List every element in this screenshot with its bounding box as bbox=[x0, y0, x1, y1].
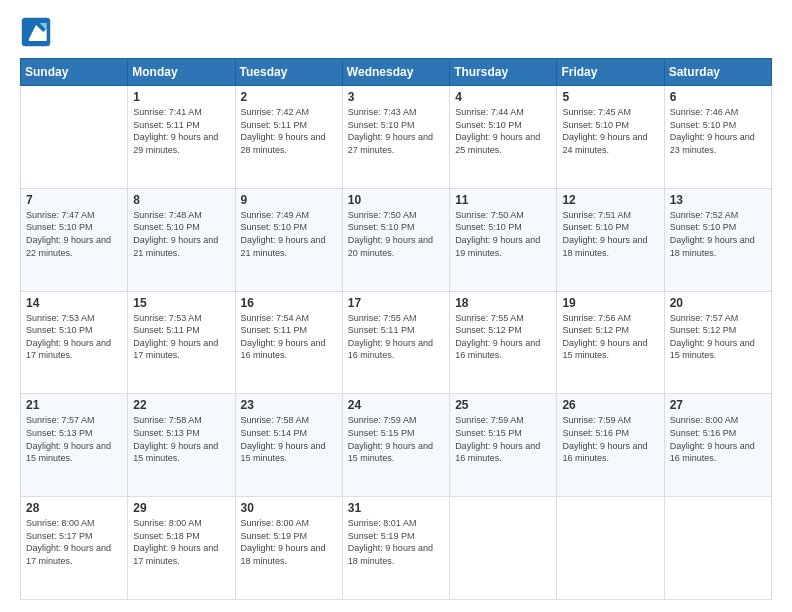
calendar-cell: 5 Sunrise: 7:45 AMSunset: 5:10 PMDayligh… bbox=[557, 86, 664, 189]
page: SundayMondayTuesdayWednesdayThursdayFrid… bbox=[0, 0, 792, 612]
calendar-cell: 27 Sunrise: 8:00 AMSunset: 5:16 PMDaylig… bbox=[664, 394, 771, 497]
cell-info: Sunrise: 7:45 AMSunset: 5:10 PMDaylight:… bbox=[562, 106, 658, 156]
day-number: 15 bbox=[133, 296, 229, 310]
day-number: 30 bbox=[241, 501, 337, 515]
calendar-cell: 7 Sunrise: 7:47 AMSunset: 5:10 PMDayligh… bbox=[21, 188, 128, 291]
calendar-cell: 13 Sunrise: 7:52 AMSunset: 5:10 PMDaylig… bbox=[664, 188, 771, 291]
weekday-header-tuesday: Tuesday bbox=[235, 59, 342, 86]
logo-icon bbox=[20, 16, 52, 48]
cell-info: Sunrise: 7:53 AMSunset: 5:11 PMDaylight:… bbox=[133, 312, 229, 362]
day-number: 28 bbox=[26, 501, 122, 515]
cell-info: Sunrise: 7:41 AMSunset: 5:11 PMDaylight:… bbox=[133, 106, 229, 156]
calendar-cell: 2 Sunrise: 7:42 AMSunset: 5:11 PMDayligh… bbox=[235, 86, 342, 189]
day-number: 1 bbox=[133, 90, 229, 104]
calendar-cell: 21 Sunrise: 7:57 AMSunset: 5:13 PMDaylig… bbox=[21, 394, 128, 497]
calendar-cell: 17 Sunrise: 7:55 AMSunset: 5:11 PMDaylig… bbox=[342, 291, 449, 394]
cell-info: Sunrise: 7:44 AMSunset: 5:10 PMDaylight:… bbox=[455, 106, 551, 156]
calendar-cell: 4 Sunrise: 7:44 AMSunset: 5:10 PMDayligh… bbox=[450, 86, 557, 189]
day-number: 5 bbox=[562, 90, 658, 104]
day-number: 11 bbox=[455, 193, 551, 207]
logo bbox=[20, 16, 56, 48]
day-number: 2 bbox=[241, 90, 337, 104]
week-row-4: 28 Sunrise: 8:00 AMSunset: 5:17 PMDaylig… bbox=[21, 497, 772, 600]
week-row-2: 14 Sunrise: 7:53 AMSunset: 5:10 PMDaylig… bbox=[21, 291, 772, 394]
day-number: 21 bbox=[26, 398, 122, 412]
calendar-cell: 12 Sunrise: 7:51 AMSunset: 5:10 PMDaylig… bbox=[557, 188, 664, 291]
weekday-header-thursday: Thursday bbox=[450, 59, 557, 86]
day-number: 22 bbox=[133, 398, 229, 412]
weekday-header-row: SundayMondayTuesdayWednesdayThursdayFrid… bbox=[21, 59, 772, 86]
calendar-cell bbox=[557, 497, 664, 600]
calendar-cell: 24 Sunrise: 7:59 AMSunset: 5:15 PMDaylig… bbox=[342, 394, 449, 497]
cell-info: Sunrise: 7:57 AMSunset: 5:13 PMDaylight:… bbox=[26, 414, 122, 464]
day-number: 23 bbox=[241, 398, 337, 412]
calendar-cell: 22 Sunrise: 7:58 AMSunset: 5:13 PMDaylig… bbox=[128, 394, 235, 497]
week-row-0: 1 Sunrise: 7:41 AMSunset: 5:11 PMDayligh… bbox=[21, 86, 772, 189]
day-number: 8 bbox=[133, 193, 229, 207]
day-number: 26 bbox=[562, 398, 658, 412]
calendar-cell: 28 Sunrise: 8:00 AMSunset: 5:17 PMDaylig… bbox=[21, 497, 128, 600]
cell-info: Sunrise: 7:50 AMSunset: 5:10 PMDaylight:… bbox=[455, 209, 551, 259]
calendar-cell: 11 Sunrise: 7:50 AMSunset: 5:10 PMDaylig… bbox=[450, 188, 557, 291]
cell-info: Sunrise: 8:00 AMSunset: 5:17 PMDaylight:… bbox=[26, 517, 122, 567]
day-number: 9 bbox=[241, 193, 337, 207]
calendar-cell: 18 Sunrise: 7:55 AMSunset: 5:12 PMDaylig… bbox=[450, 291, 557, 394]
day-number: 29 bbox=[133, 501, 229, 515]
calendar-cell bbox=[450, 497, 557, 600]
calendar-cell: 3 Sunrise: 7:43 AMSunset: 5:10 PMDayligh… bbox=[342, 86, 449, 189]
cell-info: Sunrise: 7:59 AMSunset: 5:16 PMDaylight:… bbox=[562, 414, 658, 464]
day-number: 24 bbox=[348, 398, 444, 412]
cell-info: Sunrise: 7:42 AMSunset: 5:11 PMDaylight:… bbox=[241, 106, 337, 156]
cell-info: Sunrise: 7:52 AMSunset: 5:10 PMDaylight:… bbox=[670, 209, 766, 259]
cell-info: Sunrise: 7:55 AMSunset: 5:11 PMDaylight:… bbox=[348, 312, 444, 362]
cell-info: Sunrise: 7:58 AMSunset: 5:13 PMDaylight:… bbox=[133, 414, 229, 464]
calendar-cell: 1 Sunrise: 7:41 AMSunset: 5:11 PMDayligh… bbox=[128, 86, 235, 189]
cell-info: Sunrise: 7:53 AMSunset: 5:10 PMDaylight:… bbox=[26, 312, 122, 362]
cell-info: Sunrise: 7:46 AMSunset: 5:10 PMDaylight:… bbox=[670, 106, 766, 156]
day-number: 7 bbox=[26, 193, 122, 207]
calendar-cell bbox=[664, 497, 771, 600]
weekday-header-wednesday: Wednesday bbox=[342, 59, 449, 86]
day-number: 12 bbox=[562, 193, 658, 207]
day-number: 18 bbox=[455, 296, 551, 310]
weekday-header-friday: Friday bbox=[557, 59, 664, 86]
calendar-cell: 31 Sunrise: 8:01 AMSunset: 5:19 PMDaylig… bbox=[342, 497, 449, 600]
weekday-header-saturday: Saturday bbox=[664, 59, 771, 86]
calendar-cell: 26 Sunrise: 7:59 AMSunset: 5:16 PMDaylig… bbox=[557, 394, 664, 497]
calendar-cell: 19 Sunrise: 7:56 AMSunset: 5:12 PMDaylig… bbox=[557, 291, 664, 394]
calendar-cell: 14 Sunrise: 7:53 AMSunset: 5:10 PMDaylig… bbox=[21, 291, 128, 394]
calendar-cell: 25 Sunrise: 7:59 AMSunset: 5:15 PMDaylig… bbox=[450, 394, 557, 497]
day-number: 19 bbox=[562, 296, 658, 310]
calendar-table: SundayMondayTuesdayWednesdayThursdayFrid… bbox=[20, 58, 772, 600]
week-row-1: 7 Sunrise: 7:47 AMSunset: 5:10 PMDayligh… bbox=[21, 188, 772, 291]
cell-info: Sunrise: 7:57 AMSunset: 5:12 PMDaylight:… bbox=[670, 312, 766, 362]
calendar-cell: 10 Sunrise: 7:50 AMSunset: 5:10 PMDaylig… bbox=[342, 188, 449, 291]
weekday-header-sunday: Sunday bbox=[21, 59, 128, 86]
cell-info: Sunrise: 8:00 AMSunset: 5:19 PMDaylight:… bbox=[241, 517, 337, 567]
day-number: 3 bbox=[348, 90, 444, 104]
day-number: 4 bbox=[455, 90, 551, 104]
cell-info: Sunrise: 8:01 AMSunset: 5:19 PMDaylight:… bbox=[348, 517, 444, 567]
cell-info: Sunrise: 7:59 AMSunset: 5:15 PMDaylight:… bbox=[455, 414, 551, 464]
cell-info: Sunrise: 7:58 AMSunset: 5:14 PMDaylight:… bbox=[241, 414, 337, 464]
cell-info: Sunrise: 7:43 AMSunset: 5:10 PMDaylight:… bbox=[348, 106, 444, 156]
cell-info: Sunrise: 7:54 AMSunset: 5:11 PMDaylight:… bbox=[241, 312, 337, 362]
cell-info: Sunrise: 7:55 AMSunset: 5:12 PMDaylight:… bbox=[455, 312, 551, 362]
day-number: 6 bbox=[670, 90, 766, 104]
calendar-cell: 15 Sunrise: 7:53 AMSunset: 5:11 PMDaylig… bbox=[128, 291, 235, 394]
cell-info: Sunrise: 7:51 AMSunset: 5:10 PMDaylight:… bbox=[562, 209, 658, 259]
day-number: 20 bbox=[670, 296, 766, 310]
cell-info: Sunrise: 7:56 AMSunset: 5:12 PMDaylight:… bbox=[562, 312, 658, 362]
calendar-cell: 16 Sunrise: 7:54 AMSunset: 5:11 PMDaylig… bbox=[235, 291, 342, 394]
day-number: 10 bbox=[348, 193, 444, 207]
cell-info: Sunrise: 7:49 AMSunset: 5:10 PMDaylight:… bbox=[241, 209, 337, 259]
cell-info: Sunrise: 8:00 AMSunset: 5:18 PMDaylight:… bbox=[133, 517, 229, 567]
calendar-cell bbox=[21, 86, 128, 189]
day-number: 17 bbox=[348, 296, 444, 310]
calendar-cell: 23 Sunrise: 7:58 AMSunset: 5:14 PMDaylig… bbox=[235, 394, 342, 497]
calendar-cell: 9 Sunrise: 7:49 AMSunset: 5:10 PMDayligh… bbox=[235, 188, 342, 291]
cell-info: Sunrise: 8:00 AMSunset: 5:16 PMDaylight:… bbox=[670, 414, 766, 464]
day-number: 14 bbox=[26, 296, 122, 310]
calendar-cell: 8 Sunrise: 7:48 AMSunset: 5:10 PMDayligh… bbox=[128, 188, 235, 291]
calendar-cell: 6 Sunrise: 7:46 AMSunset: 5:10 PMDayligh… bbox=[664, 86, 771, 189]
